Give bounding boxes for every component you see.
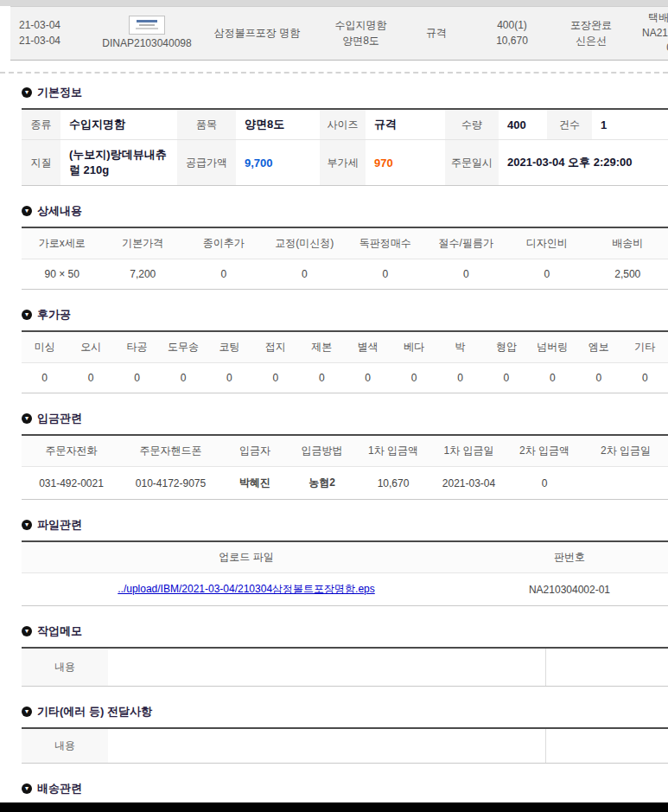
card-thumbnail[interactable]: [129, 16, 165, 35]
cell: 0: [183, 259, 264, 290]
col-header: 접지: [252, 331, 298, 363]
order-detail-page: 21-03-04 21-03-04 DINAP2103040098 삼정볼프포장…: [0, 0, 668, 812]
order-status: 포장완료 신은선: [557, 18, 625, 48]
col-header: 가로x세로: [22, 227, 103, 259]
cell: 0: [621, 363, 668, 393]
value-size: 규격: [366, 109, 445, 140]
deposit1-amount: 10,670: [354, 467, 432, 500]
cell: 7,200: [103, 259, 184, 290]
cell: 0: [426, 259, 507, 290]
col-header: 베다: [391, 331, 436, 363]
etc-notes-box: 내용: [22, 727, 668, 764]
deposit2-date: [583, 467, 668, 500]
order-ship: 택배(선불) NA21030400 01: [625, 10, 668, 55]
cell: 0: [391, 363, 436, 393]
col-header: 독판정매수: [345, 227, 426, 259]
label-order-datetime: 주문일시: [445, 140, 499, 186]
label-item: 품목: [177, 109, 236, 140]
section-file: ▾ 파일관련 업로드 파일 판번호 ../upload/IBM/2021-03-…: [22, 517, 668, 606]
file-title-row: ▾ 파일관련: [22, 517, 668, 533]
label-qty: 수량: [445, 109, 499, 140]
ship-method: 택배(선불): [625, 10, 668, 25]
value-paper: (누보지)랑데뷰내츄럴 210g: [60, 140, 177, 186]
value-item: 양면8도: [236, 109, 320, 140]
col-header: 기타: [621, 331, 668, 363]
plate-number: NA210304002-01: [471, 573, 668, 606]
file-header-row: 업로드 파일 판번호: [22, 541, 668, 573]
value-order-datetime: 2021-03-04 오후 2:29:00: [499, 140, 668, 186]
col-header: 2차 입금일: [583, 435, 668, 467]
order-summary-row[interactable]: 21-03-04 21-03-04 DINAP2103040098 삼정볼프포장…: [10, 6, 668, 61]
cell: 0: [437, 363, 483, 393]
plate-line2: 01: [625, 41, 668, 55]
col-header: 1차 입금일: [432, 435, 506, 467]
col-header: 형압: [483, 331, 529, 363]
detail-table: 가로x세로 기본가격 종이추가 교정(미신청) 독판정매수 절수/필름가 디자인…: [22, 227, 668, 290]
cell: 0: [576, 363, 621, 393]
col-header: 코팅: [207, 331, 252, 363]
col-header: 판번호: [471, 541, 668, 573]
order-name: 삼정볼프포장 명함: [199, 26, 315, 41]
order-code-cell: DINAP2103040098: [95, 16, 199, 51]
work-memo-box: 내용: [22, 647, 668, 687]
cell: 0: [252, 363, 298, 393]
section-bullet-icon: ▾: [22, 206, 32, 216]
postprocess-value-row: 0 0 0 0 0 0 0 0 0 0 0 0 0 0: [22, 363, 668, 393]
col-header: 주문자핸드폰: [121, 435, 220, 467]
file-table: 업로드 파일 판번호 ../upload/IBM/2021-03-04/2103…: [22, 540, 668, 606]
order-item: 수입지명함 양면8도: [315, 18, 406, 48]
bottom-black-bar: [0, 802, 668, 812]
section-title: 기본정보: [37, 85, 82, 100]
section-title: 기타(에러 등) 전달사항: [37, 704, 152, 719]
section-bullet-icon: ▾: [22, 626, 32, 636]
col-header: 주문자전화: [22, 435, 121, 467]
value-supply-price: 9,700: [236, 140, 320, 186]
label-paper: 지질: [22, 140, 60, 186]
section-title: 배송관련: [37, 781, 82, 796]
basic-row-2: 지질 (누보지)랑데뷰내츄럴 210g 공급가액 9,700 부가세 970 주…: [22, 140, 668, 186]
col-header: 제본: [299, 331, 345, 363]
memo-extra-cell: [546, 649, 668, 686]
cell: 2,500: [588, 259, 668, 290]
value-kind: 수입지명함: [60, 109, 177, 140]
cell: 0: [483, 363, 529, 393]
col-header: 절수/필름가: [426, 227, 507, 259]
deposit-method: 농협2: [289, 467, 354, 500]
order-qty: 400(1): [467, 18, 557, 33]
col-header: 1차 입금액: [354, 435, 432, 467]
col-header: 박: [437, 331, 483, 363]
thumbnail-text-line2: [136, 28, 158, 29]
staff-name: 신은선: [557, 34, 625, 48]
col-header: 오시: [67, 331, 113, 363]
section-title: 입금관련: [37, 411, 82, 426]
deposit2-amount: 0: [506, 467, 583, 500]
upload-file-cell: ../upload/IBM/2021-03-04/210304삼정볼트포장명함.…: [22, 573, 471, 606]
memo-label: 내용: [22, 649, 108, 686]
postprocess-header-row: 미싱 오시 타공 도무송 코팅 접지 제본 별색 베다 박 형압 넘버링 엠보 …: [22, 331, 668, 363]
etc-title-row: ▾ 기타(에러 등) 전달사항: [22, 704, 668, 719]
section-bullet-icon: ▾: [22, 783, 32, 794]
col-header: 엠보: [576, 331, 621, 363]
postprocess-table: 미싱 오시 타공 도무송 코팅 접지 제본 별색 베다 박 형압 넘버링 엠보 …: [22, 330, 668, 393]
memo-title-row: ▾ 작업메모: [22, 623, 668, 639]
col-header: 종이추가: [183, 227, 264, 259]
order-size: 규격: [406, 26, 467, 41]
cell: 0: [345, 259, 426, 290]
cell: 0: [67, 363, 113, 393]
cell: 0: [345, 363, 391, 393]
order-item-type: 수입지명함: [315, 18, 406, 33]
thumbnail-text-line: [139, 24, 155, 26]
col-header: 미싱: [22, 331, 67, 363]
cell: 90 × 50: [22, 259, 103, 290]
upload-file-link[interactable]: ../upload/IBM/2021-03-04/210304삼정볼트포장명함.…: [118, 583, 374, 595]
basic-info-table: 종류 수입지명함 품목 양면8도 사이즈 규격 수량 400 건수 1 지질 (…: [22, 108, 668, 186]
order-code: DINAP2103040098: [102, 36, 191, 51]
section-title: 작업메모: [37, 623, 82, 639]
col-header: 기본가격: [103, 227, 184, 259]
section-title: 파일관련: [37, 517, 82, 533]
col-header: 입금방법: [289, 435, 354, 467]
file-value-row: ../upload/IBM/2021-03-04/210304삼정볼트포장명함.…: [22, 573, 668, 606]
value-vat: 970: [366, 140, 445, 186]
col-header: 넘버링: [530, 331, 576, 363]
order-amount: 10,670: [467, 34, 557, 48]
